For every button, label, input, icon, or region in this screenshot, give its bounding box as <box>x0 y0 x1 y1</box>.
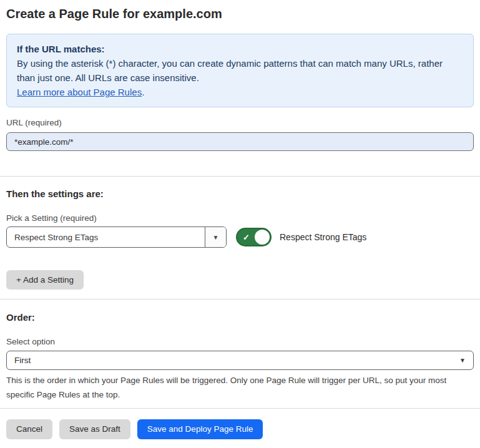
page-title: Create a Page Rule for example.com <box>6 6 474 21</box>
order-help-text: This is the order in which your Page Rul… <box>6 373 471 402</box>
section-divider <box>0 408 480 409</box>
setting-row: Respect Strong ETags ▼ ✓ Respect Strong … <box>6 226 474 248</box>
toggle-knob <box>255 230 270 245</box>
action-buttons-row: Cancel Save as Draft Save and Deploy Pag… <box>6 419 474 439</box>
learn-more-link[interactable]: Learn more about Page Rules <box>17 87 142 97</box>
setting-dropdown[interactable]: Respect Strong ETags ▼ <box>6 226 227 248</box>
url-field-label: URL (required) <box>6 117 474 129</box>
setting-toggle[interactable]: ✓ <box>236 228 272 246</box>
cancel-button[interactable]: Cancel <box>6 419 52 439</box>
toggle-label: Respect Strong ETags <box>280 232 366 242</box>
info-box-link-line: Learn more about Page Rules. <box>17 85 463 99</box>
order-select[interactable]: First ▼ <box>6 351 474 370</box>
url-input[interactable] <box>6 132 474 151</box>
setting-dropdown-value: Respect Strong ETags <box>7 227 205 247</box>
select-option-label: Select option <box>6 336 474 348</box>
order-select-value: First <box>14 356 31 365</box>
chevron-down-icon: ▼ <box>213 234 219 241</box>
order-section-heading: Order: <box>6 311 474 323</box>
section-divider <box>0 176 480 177</box>
info-box-body: By using the asterisk (*) character, you… <box>17 56 463 85</box>
save-and-deploy-button[interactable]: Save and Deploy Page Rule <box>137 419 263 439</box>
link-suffix: . <box>142 87 144 97</box>
save-as-draft-button[interactable]: Save as Draft <box>59 419 130 439</box>
pick-setting-label: Pick a Setting (required) <box>6 213 474 224</box>
section-divider <box>0 299 480 299</box>
setting-dropdown-arrow-button[interactable]: ▼ <box>205 227 226 247</box>
settings-section-heading: Then the settings are: <box>6 188 474 200</box>
chevron-down-icon: ▼ <box>459 357 466 364</box>
check-icon: ✓ <box>243 233 250 241</box>
url-match-info-box: If the URL matches: By using the asteris… <box>6 34 474 107</box>
create-page-rule-form: Create a Page Rule for example.com If th… <box>0 0 480 448</box>
add-setting-button[interactable]: + Add a Setting <box>6 270 84 290</box>
info-box-heading: If the URL matches: <box>17 42 463 56</box>
